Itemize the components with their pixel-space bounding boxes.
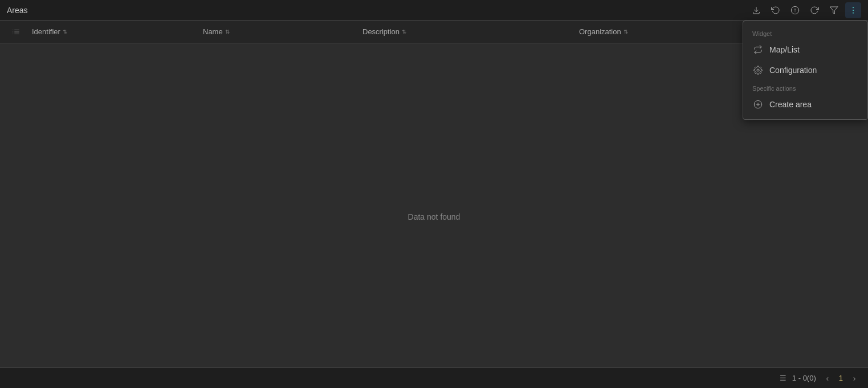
sort-icon-organization: ⇅ xyxy=(624,29,628,35)
pagination-nav: ‹ 1 › xyxy=(821,371,861,385)
export-icon xyxy=(752,6,761,15)
pagination-list-icon: ☰ xyxy=(780,374,787,382)
create-area-label: Create area xyxy=(769,100,812,109)
svg-point-6 xyxy=(853,10,853,10)
dropdown-widget-section: Widget xyxy=(743,26,867,39)
sort-icon-description: ⇅ xyxy=(402,29,406,35)
filter-button[interactable] xyxy=(826,2,842,18)
svg-marker-4 xyxy=(830,7,837,14)
footer: ☰ 1 - 0(0) ‹ 1 › xyxy=(0,367,868,388)
col-header-description[interactable]: Description ⇅ xyxy=(358,27,574,36)
menu-icon xyxy=(849,6,858,15)
filter-rows-icon xyxy=(12,28,20,36)
empty-message: Data not found xyxy=(408,212,461,221)
sort-icon-name: ⇅ xyxy=(225,29,230,35)
pagination-next-button[interactable]: › xyxy=(847,371,861,385)
page-title: Areas xyxy=(7,6,28,15)
header: Areas xyxy=(0,0,868,21)
history-icon xyxy=(771,6,780,15)
sort-icon-identifier: ⇅ xyxy=(63,29,67,35)
table-container: Identifier ⇅ Name ⇅ Description ⇅ Organi… xyxy=(0,21,868,367)
history-button[interactable] xyxy=(768,2,784,18)
plus-circle-icon xyxy=(752,99,764,110)
info-button[interactable] xyxy=(787,2,803,18)
header-actions xyxy=(748,2,861,18)
col-filter-icon xyxy=(5,28,27,36)
pagination-info: ☰ 1 - 0(0) xyxy=(780,374,816,382)
dropdown-item-map-list[interactable]: Map/List xyxy=(743,39,867,60)
info-icon xyxy=(790,6,800,15)
pagination-prev-button[interactable]: ‹ xyxy=(821,371,834,385)
dropdown-menu: Widget Map/List Configuration Specific a… xyxy=(743,21,868,120)
pagination-count: 1 - 0(0) xyxy=(792,374,816,382)
svg-point-5 xyxy=(853,7,853,7)
dropdown-item-create-area[interactable]: Create area xyxy=(743,94,867,115)
table-header: Identifier ⇅ Name ⇅ Description ⇅ Organi… xyxy=(0,21,868,43)
filter-icon xyxy=(829,6,838,15)
identifier-label: Identifier ⇅ xyxy=(32,27,194,36)
svg-point-14 xyxy=(757,69,759,71)
switch-icon xyxy=(752,44,764,55)
refresh-button[interactable] xyxy=(806,2,822,18)
menu-button[interactable] xyxy=(845,2,861,18)
col-header-name[interactable]: Name ⇅ xyxy=(198,27,358,36)
pagination-current-page: 1 xyxy=(837,374,845,382)
configuration-icon xyxy=(752,64,764,76)
dropdown-item-configuration[interactable]: Configuration xyxy=(743,60,867,80)
dropdown-specific-actions-section: Specific actions xyxy=(743,80,867,94)
table-body: Data not found xyxy=(0,43,868,367)
configuration-label: Configuration xyxy=(769,66,817,75)
description-label: Description ⇅ xyxy=(362,27,570,36)
svg-point-7 xyxy=(853,13,853,13)
export-button[interactable] xyxy=(748,2,764,18)
name-label: Name ⇅ xyxy=(203,27,353,36)
refresh-icon xyxy=(810,6,819,15)
map-list-label: Map/List xyxy=(769,45,800,54)
col-header-identifier[interactable]: Identifier ⇅ xyxy=(27,27,198,36)
